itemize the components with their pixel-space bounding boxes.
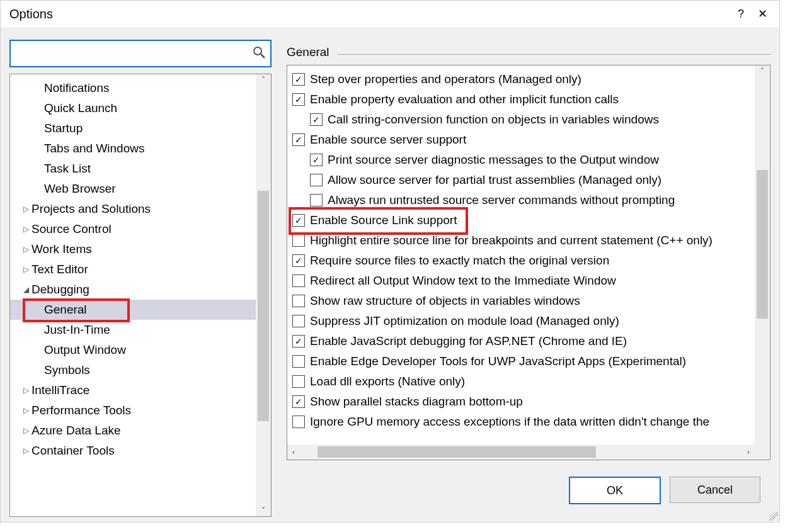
search-icon	[253, 46, 265, 62]
tree-item-label: Work Items	[31, 242, 92, 256]
scroll-track[interactable]	[755, 77, 770, 448]
checkbox[interactable]: ✓	[310, 113, 323, 126]
search-input[interactable]	[16, 43, 253, 64]
tree-item-symbols[interactable]: Symbols	[10, 360, 256, 380]
checkbox[interactable]	[292, 416, 305, 428]
ok-button[interactable]: OK	[569, 477, 661, 504]
checkbox[interactable]	[292, 355, 305, 368]
help-button[interactable]: ?	[730, 3, 752, 25]
dialog-title: Options	[9, 7, 730, 21]
help-icon: ?	[738, 8, 744, 21]
options-vscrollbar[interactable]: ˄ ˅	[755, 65, 770, 460]
option-row: ✓Show parallel stacks diagram bottom-up	[292, 392, 750, 412]
tree-item-web-browser[interactable]: Web Browser	[10, 179, 256, 199]
tree-item-label: Container Tools	[31, 444, 115, 458]
twisty-expanded-icon: ◢	[21, 285, 30, 294]
svg-point-0	[254, 47, 261, 55]
tree-item-just-in-time[interactable]: Just-In-Time	[10, 320, 256, 340]
checkbox[interactable]	[310, 174, 323, 186]
scroll-thumb[interactable]	[757, 170, 768, 319]
tree-item-general[interactable]: General	[10, 300, 256, 320]
checkbox[interactable]: ✓	[310, 154, 323, 166]
option-label: Ignore GPU memory access exceptions if t…	[310, 415, 709, 429]
option-label: Redirect all Output Window text to the I…	[310, 274, 616, 288]
option-label: Always run untrusted source server comma…	[328, 193, 675, 207]
resize-grip[interactable]	[769, 512, 778, 521]
scroll-thumb[interactable]	[258, 191, 269, 421]
tree-item-tabs-and-windows[interactable]: Tabs and Windows	[10, 139, 256, 159]
checkbox[interactable]	[292, 234, 305, 247]
right-panel: General ✓Step over properties and operat…	[287, 40, 770, 517]
option-row: Suppress JIT optimization on module load…	[292, 311, 750, 331]
tree-item-task-list[interactable]: Task List	[10, 159, 256, 179]
titlebar: Options ? ✕	[1, 1, 779, 27]
option-label: Enable Edge Developer Tools for UWP Java…	[310, 354, 686, 368]
hscroll-thumb[interactable]	[318, 446, 596, 458]
option-row: Load dll exports (Native only)	[292, 371, 750, 392]
scroll-down-icon[interactable]: ˅	[256, 505, 271, 516]
tree-item-label: Source Control	[31, 222, 112, 236]
tree-item-label: Quick Launch	[44, 101, 117, 115]
left-panel: NotificationsQuick LaunchStartupTabs and…	[9, 40, 272, 517]
checkbox[interactable]: ✓	[292, 395, 305, 408]
cancel-button-label: Cancel	[697, 484, 733, 497]
options-container: ✓Step over properties and operators (Man…	[287, 65, 770, 460]
tree-item-output-window[interactable]: Output Window	[10, 340, 256, 360]
checkbox[interactable]: ✓	[292, 73, 305, 86]
option-row: Highlight entire source line for breakpo…	[292, 230, 750, 251]
option-label: Enable source server support	[310, 133, 466, 147]
options-hscrollbar[interactable]: ‹ ›	[287, 444, 755, 460]
tree-item-quick-launch[interactable]: Quick Launch	[10, 98, 256, 118]
close-button[interactable]: ✕	[752, 3, 773, 25]
scroll-track[interactable]	[256, 86, 271, 505]
tree-item-source-control[interactable]: ▷Source Control	[10, 219, 256, 239]
tree-item-work-items[interactable]: ▷Work Items	[10, 239, 256, 259]
tree-item-label: Startup	[44, 122, 83, 135]
tree-item-intellitrace[interactable]: ▷IntelliTrace	[10, 380, 256, 400]
option-label: Allow source server for partial trust as…	[328, 173, 661, 187]
option-row: ✓Enable source server support	[292, 130, 750, 150]
tree-item-projects-and-solutions[interactable]: ▷Projects and Solutions	[10, 199, 256, 219]
checkbox[interactable]	[292, 295, 305, 307]
checkbox[interactable]	[292, 315, 305, 327]
search-box[interactable]	[9, 40, 272, 67]
twisty-collapsed-icon: ▷	[21, 386, 30, 395]
option-row: Redirect all Output Window text to the I…	[292, 271, 750, 291]
option-label: Step over properties and operators (Mana…	[310, 72, 581, 86]
tree-item-label: Symbols	[44, 363, 90, 377]
tree-item-label: Projects and Solutions	[31, 202, 151, 216]
checkbox[interactable]: ✓	[292, 93, 305, 106]
twisty-collapsed-icon: ▷	[21, 406, 30, 415]
option-label: Show parallel stacks diagram bottom-up	[310, 395, 523, 409]
option-label: Enable property evaluation and other imp…	[310, 93, 619, 106]
tree-item-container-tools[interactable]: ▷Container Tools	[10, 441, 256, 461]
category-tree: NotificationsQuick LaunchStartupTabs and…	[9, 74, 272, 517]
tree-item-azure-data-lake[interactable]: ▷Azure Data Lake	[10, 421, 256, 441]
checkbox[interactable]	[292, 375, 305, 388]
tree-list: NotificationsQuick LaunchStartupTabs and…	[10, 74, 256, 516]
checkbox[interactable]: ✓	[292, 254, 305, 267]
tree-item-text-editor[interactable]: ▷Text Editor	[10, 259, 256, 280]
option-label: Require source files to exactly match th…	[310, 254, 609, 268]
checkbox[interactable]	[310, 194, 323, 207]
cancel-button[interactable]: Cancel	[670, 477, 760, 503]
scroll-up-icon[interactable]: ˄	[256, 74, 271, 86]
checkbox[interactable]: ✓	[292, 335, 305, 348]
hscroll-track[interactable]	[300, 444, 742, 460]
option-label: Suppress JIT optimization on module load…	[310, 314, 619, 328]
tree-scrollbar[interactable]: ˄ ˅	[256, 74, 271, 516]
section-header: General	[287, 40, 770, 65]
checkbox[interactable]	[292, 274, 305, 287]
tree-item-label: Azure Data Lake	[31, 424, 121, 438]
checkbox[interactable]: ✓	[292, 214, 305, 227]
tree-item-notifications[interactable]: Notifications	[10, 78, 256, 98]
scroll-up-icon[interactable]: ˄	[755, 65, 770, 77]
scroll-left-icon[interactable]: ‹	[287, 448, 300, 456]
tree-item-startup[interactable]: Startup	[10, 118, 256, 139]
scroll-right-icon[interactable]: ›	[742, 448, 755, 456]
checkbox[interactable]: ✓	[292, 133, 305, 146]
tree-item-debugging[interactable]: ◢Debugging	[10, 280, 256, 300]
option-row: Allow source server for partial trust as…	[292, 170, 750, 190]
tree-item-performance-tools[interactable]: ▷Performance Tools	[10, 400, 256, 421]
section-divider	[337, 54, 770, 55]
